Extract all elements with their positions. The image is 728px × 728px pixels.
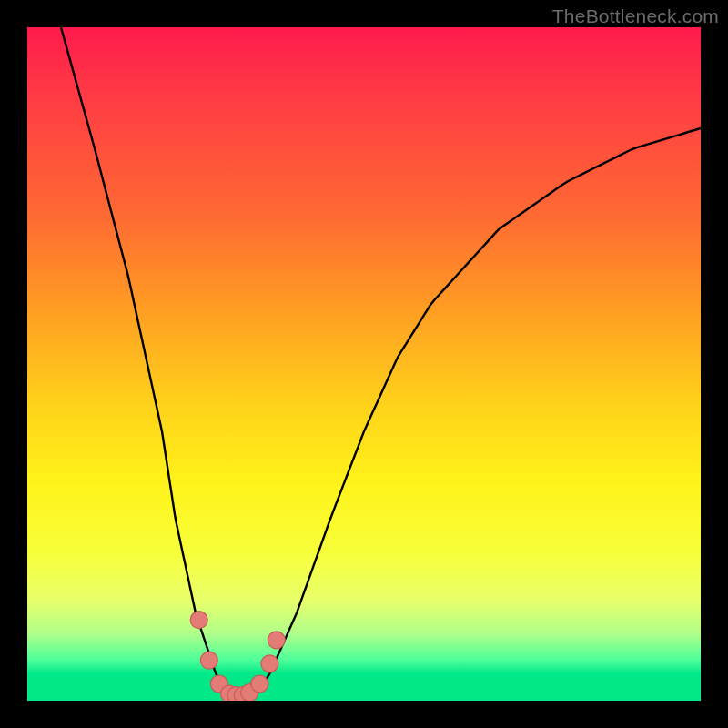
plot-area	[27, 27, 701, 701]
chart-frame: TheBottleneck.com	[0, 0, 728, 728]
marker-point	[261, 655, 278, 672]
marker-point	[268, 632, 285, 649]
watermark-text: TheBottleneck.com	[552, 5, 719, 27]
chart-svg	[27, 27, 701, 701]
marker-point	[190, 612, 207, 629]
marker-group	[190, 612, 285, 701]
marker-point	[251, 675, 268, 693]
bottleneck-curve	[61, 27, 701, 701]
marker-point	[200, 652, 217, 669]
